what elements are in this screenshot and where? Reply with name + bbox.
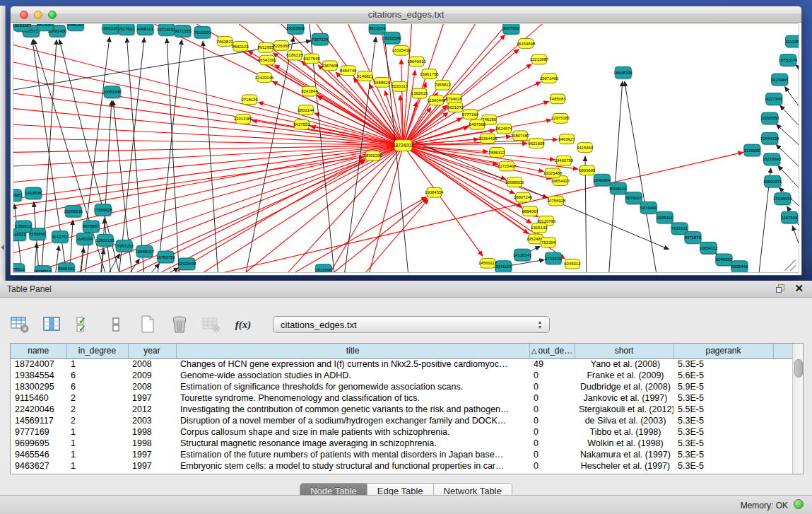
table-panel-header[interactable]: Table Panel ✕ (0, 281, 812, 298)
cell-in_degree: 1 (66, 460, 128, 472)
table-row[interactable]: 969969511998Structural magnetic resonanc… (11, 438, 792, 449)
graph-node-label: 9975887 (83, 224, 99, 228)
cell-title: Structural magnetic resonance image aver… (176, 438, 529, 449)
graph-node-label: 2935114 (657, 216, 673, 220)
table-row[interactable]: 2242004622012Investigating the contribut… (11, 404, 792, 415)
cell-out_degree: 49 (529, 358, 575, 370)
table-selector-dropdown[interactable]: citations_edges.txt ▲▼ (273, 316, 550, 333)
table-row[interactable]: 1872400712008Changes of HCN gene express… (11, 358, 792, 370)
graph-node-label: 9466164 (67, 24, 84, 27)
graph-node-label: 9466161 (137, 27, 153, 31)
graph-node-label: 1142757 (52, 235, 68, 239)
graph-edge (334, 198, 428, 272)
graph-node-label: 10025488 (543, 171, 563, 175)
cell-name: 18724007 (11, 358, 66, 370)
cell-title: Tourette syndrome. Phenomenology and cla… (176, 392, 529, 404)
column-header-year[interactable]: year (128, 344, 176, 358)
float-panel-icon[interactable] (776, 284, 785, 293)
graph-node-label: 20053346 (102, 90, 122, 94)
graph-node-label: 8186328 (286, 53, 303, 57)
graph-node-label: 7955812 (435, 83, 451, 87)
cell-year: 2012 (128, 404, 176, 415)
table-row[interactable]: 911546021997Tourette syndrome. Phenomeno… (11, 392, 792, 404)
graph-edge (167, 39, 179, 272)
table-row[interactable]: 1938455462009Genome-wide association stu… (11, 370, 792, 381)
network-canvas[interactable]: 1405571720891406160533878813051946616410… (13, 23, 799, 273)
table-row[interactable]: 946362711997Embryonic stem cells: a mode… (11, 460, 792, 472)
table-row[interactable]: 1830029562008Estimation of significance … (11, 381, 792, 392)
graph-node-label: 10120796 (537, 219, 556, 223)
graph-node-label: 9115460 (577, 146, 594, 150)
new-table-icon[interactable] (137, 314, 158, 335)
graph-node-label: 8813054 (369, 26, 386, 30)
row-height-icon[interactable] (105, 314, 126, 335)
cell-in_degree: 2 (66, 392, 128, 404)
column-header-name[interactable]: name (11, 344, 66, 358)
show-columns-icon[interactable] (42, 314, 63, 335)
dropdown-stepper-icon: ▲▼ (534, 320, 546, 329)
scrollbar-thumb[interactable] (794, 359, 803, 378)
graph-edge (295, 197, 426, 272)
graph-node-label: 9245652 (716, 258, 732, 262)
row-selection-icon[interactable]: ✓✓ (73, 314, 95, 335)
control-panel-collapsed-strip[interactable] (0, 6, 6, 281)
cell-name: 9465546 (11, 449, 66, 460)
cell-filler (773, 358, 792, 370)
graph-node-label: 8813051 (37, 24, 53, 27)
graph-edge (126, 38, 143, 272)
graph-node-label: 6879197 (625, 196, 642, 200)
cell-in_degree: 1 (66, 426, 128, 438)
column-header-pagerank[interactable]: pagerank (673, 344, 773, 358)
cell-name: 9699695 (11, 438, 66, 449)
table-row[interactable]: 977716911998Corpus callosum shape and si… (11, 426, 792, 438)
close-panel-icon[interactable]: ✕ (794, 282, 804, 295)
cell-out_degree: 0 (529, 426, 575, 438)
graph-node-label: 9777169 (462, 112, 479, 117)
column-header-in_degree[interactable]: in_degree (66, 344, 128, 358)
graph-node-label: 3915931 (13, 233, 26, 237)
cell-title: Corpus callosum shape and size in male p… (176, 426, 529, 438)
graph-node-label: 1167533 (782, 216, 799, 220)
graph-node-label: 10654112 (699, 246, 717, 250)
function-builder-icon[interactable]: f(x) (233, 314, 254, 335)
memory-status-indicator[interactable] (794, 499, 804, 509)
graph-node-label: 16154808 (517, 42, 536, 46)
cell-out_degree: 0 (529, 449, 575, 460)
column-header-out_degree[interactable]: △out_de… (529, 344, 575, 358)
graph-node-label: 12213389 (234, 117, 253, 122)
graph-node-label: 16210643 (763, 157, 782, 161)
graph-edge (204, 146, 403, 272)
graph-node-label: 10807487 (511, 134, 530, 138)
expand-panel-arrow-icon[interactable] (1, 245, 4, 250)
cell-year: 1998 (128, 426, 176, 438)
graph-node-label: 9115955 (744, 148, 761, 153)
window-titlebar[interactable]: citations_edges.txt (11, 6, 801, 23)
graph-edge (275, 65, 404, 146)
network-window[interactable]: citations_edges.txt 14055717208914061605… (10, 6, 802, 276)
graph-edge (777, 124, 799, 145)
table-row[interactable]: 1456911722003Disruption of a novel membe… (11, 415, 792, 426)
column-header-title[interactable]: title (176, 344, 529, 358)
resize-grip-icon[interactable] (784, 259, 796, 271)
graph-node-label: 3624574 (495, 127, 512, 131)
citation-graph[interactable]: 1405571720891406160533878813051946616410… (13, 24, 799, 272)
cell-name: 18300295 (11, 381, 66, 392)
table-options-icon[interactable] (10, 314, 31, 335)
graph-node-label: 16543362 (258, 58, 277, 62)
cell-out_degree: 0 (529, 381, 575, 392)
cell-name: 9115460 (11, 392, 66, 404)
graph-edge (131, 259, 140, 272)
graph-node-label: 18300295 (363, 153, 382, 158)
graph-node-label: 1621072 (447, 105, 464, 110)
cell-out_degree: 0 (529, 404, 575, 415)
column-header-short[interactable]: short (575, 344, 673, 358)
graph-node-label: 18807249 (514, 195, 533, 199)
svg-text:✓: ✓ (78, 323, 86, 334)
graph-node-label: 12923448 (177, 262, 196, 266)
graph-node-label: 8471876 (685, 235, 702, 240)
delete-table-icon[interactable] (169, 314, 190, 335)
cell-pagerank: 5.3E-5 (673, 426, 773, 438)
graph-node-label: 16053387 (13, 24, 31, 28)
table-scrollbar[interactable] (792, 344, 803, 474)
table-row[interactable]: 946554611997Estimation of the future num… (11, 449, 792, 460)
